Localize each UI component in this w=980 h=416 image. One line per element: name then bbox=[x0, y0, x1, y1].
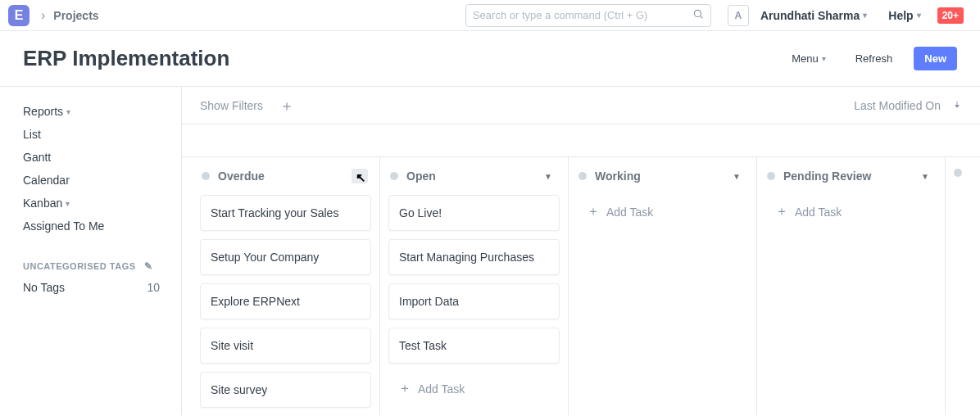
column-menu-button[interactable]: ▼ bbox=[540, 169, 556, 183]
column-menu-button[interactable]: ▼ bbox=[728, 169, 745, 183]
sidebar-section-label: UNCATEGORISED TAGS bbox=[23, 261, 136, 271]
search-input[interactable] bbox=[473, 9, 692, 21]
kanban-column-header: Overdue▼↖ bbox=[192, 157, 379, 195]
svg-line-1 bbox=[701, 16, 703, 19]
kanban-board[interactable]: Overdue▼↖Start Tracking your SalesSetup … bbox=[182, 157, 980, 415]
new-button[interactable]: New bbox=[914, 47, 957, 70]
kanban-card[interactable]: Site visit bbox=[200, 328, 371, 364]
kanban-column: Pending Review▼＋Add Task bbox=[757, 157, 946, 415]
sidebar-item-assigned[interactable]: Assigned To Me bbox=[23, 215, 181, 237]
kanban-column: Overdue▼↖Start Tracking your SalesSetup … bbox=[192, 157, 380, 415]
kanban-card[interactable]: Start Managing Purchases bbox=[388, 239, 560, 275]
kanban-column: Working▼＋Add Task bbox=[569, 157, 757, 415]
add-task-label: Add Task bbox=[418, 382, 465, 396]
help-menu[interactable]: Help ▾ bbox=[888, 9, 920, 22]
kanban-card[interactable]: Test Task bbox=[388, 328, 560, 364]
tag-count: 10 bbox=[147, 281, 160, 294]
sidebar-item-kanban[interactable]: Kanban ▾ bbox=[23, 192, 181, 215]
status-dot-icon bbox=[390, 172, 398, 180]
menu-button[interactable]: Menu ▾ bbox=[783, 47, 834, 70]
kanban-column-title: Pending Review bbox=[783, 170, 917, 183]
status-dot-icon bbox=[578, 172, 587, 180]
sidebar-section-tags: UNCATEGORISED TAGS ✎ bbox=[23, 260, 181, 272]
sidebar-tag-row[interactable]: No Tags 10 bbox=[23, 277, 181, 298]
kanban-column-title: Open bbox=[406, 170, 540, 183]
left-sidebar: Reports ▾ List Gantt Calendar Kanban ▾ A… bbox=[0, 87, 182, 415]
refresh-button[interactable]: Refresh bbox=[847, 47, 901, 70]
caret-down-icon: ▾ bbox=[917, 11, 921, 20]
sidebar-item-calendar[interactable]: Calendar bbox=[23, 169, 181, 192]
kanban-column-cards: ＋Add Task bbox=[569, 195, 756, 415]
status-dot-icon bbox=[954, 169, 962, 177]
menu-button-label: Menu bbox=[792, 52, 819, 65]
add-task-button[interactable]: ＋Add Task bbox=[388, 372, 560, 405]
kanban-card[interactable]: Import Data bbox=[388, 283, 560, 319]
add-filter-icon[interactable]: ＋ bbox=[279, 96, 294, 115]
svg-point-0 bbox=[694, 10, 701, 16]
kanban-column-header: Open▼ bbox=[380, 157, 568, 195]
caret-down-icon: ▾ bbox=[66, 107, 70, 116]
top-navbar: E › Projects A Arundhati Sharma ▾ Help ▾… bbox=[0, 0, 980, 31]
page-title: ERP Implementation bbox=[23, 46, 783, 71]
plus-icon: ＋ bbox=[587, 203, 600, 220]
column-menu-button[interactable]: ▼↖ bbox=[352, 169, 368, 183]
sort-field-label[interactable]: Last Modified On bbox=[854, 99, 941, 112]
sort-direction-icon[interactable] bbox=[952, 99, 962, 112]
caret-down-icon: ▾ bbox=[863, 11, 867, 20]
caret-down-icon: ▾ bbox=[822, 54, 826, 63]
kanban-card[interactable]: Start Tracking your Sales bbox=[200, 195, 371, 231]
kanban-card[interactable]: Setup Your Company bbox=[200, 239, 371, 275]
breadcrumb-chevron-icon: › bbox=[41, 8, 45, 23]
user-name-label: Arundhati Sharma bbox=[760, 9, 860, 22]
notification-badge[interactable]: 20+ bbox=[937, 7, 964, 24]
status-dot-icon bbox=[202, 172, 210, 180]
caret-down-icon: ▾ bbox=[66, 199, 70, 208]
list-toolbar: Show Filters ＋ Last Modified On bbox=[182, 87, 980, 124]
status-dot-icon bbox=[767, 172, 775, 180]
sidebar-item-reports[interactable]: Reports ▾ bbox=[23, 100, 181, 123]
sidebar-item-label: Reports bbox=[23, 105, 63, 118]
breadcrumb-projects[interactable]: Projects bbox=[53, 9, 98, 22]
kanban-column-cards: Go Live!Start Managing PurchasesImport D… bbox=[380, 195, 568, 415]
svg-rect-2 bbox=[957, 102, 958, 106]
add-task-label: Add Task bbox=[795, 206, 842, 219]
kanban-column-title: Overdue bbox=[218, 170, 352, 183]
add-task-button[interactable]: ＋Add Task bbox=[577, 195, 748, 228]
kanban-column: Open▼Go Live!Start Managing PurchasesImp… bbox=[380, 157, 569, 415]
plus-icon: ＋ bbox=[775, 203, 788, 220]
kanban-card[interactable]: Go Live! bbox=[388, 195, 560, 231]
kanban-column-header: Working▼ bbox=[569, 157, 756, 195]
kanban-column-cards: ＋Add Task bbox=[757, 195, 945, 415]
global-search[interactable] bbox=[465, 4, 711, 27]
add-task-label: Add Task bbox=[606, 206, 653, 219]
kanban-column-peek bbox=[946, 157, 980, 415]
column-menu-button[interactable]: ▼ bbox=[917, 169, 933, 183]
plus-icon: ＋ bbox=[398, 380, 411, 397]
sidebar-item-label: Kanban bbox=[23, 197, 62, 210]
sidebar-item-list[interactable]: List bbox=[23, 123, 181, 146]
kanban-card[interactable]: Site survey bbox=[200, 372, 371, 408]
add-task-button[interactable]: ＋Add Task bbox=[765, 195, 937, 228]
kanban-column-header: Pending Review▼ bbox=[757, 157, 945, 195]
search-icon bbox=[692, 8, 704, 22]
tag-label: No Tags bbox=[23, 281, 147, 294]
edit-tags-icon[interactable]: ✎ bbox=[144, 260, 153, 272]
avatar[interactable]: A bbox=[728, 5, 749, 26]
help-label: Help bbox=[888, 9, 913, 22]
spacer-strip bbox=[182, 124, 980, 157]
show-filters-link[interactable]: Show Filters bbox=[200, 99, 263, 112]
main-area: Show Filters ＋ Last Modified On Overdue▼… bbox=[182, 87, 980, 415]
page-header: ERP Implementation Menu ▾ Refresh New bbox=[0, 31, 980, 87]
kanban-column-cards: Start Tracking your SalesSetup Your Comp… bbox=[192, 195, 379, 415]
app-logo[interactable]: E bbox=[8, 5, 29, 26]
user-menu[interactable]: Arundhati Sharma ▾ bbox=[760, 9, 867, 22]
sidebar-item-gantt[interactable]: Gantt bbox=[23, 146, 181, 169]
kanban-column-title: Working bbox=[595, 170, 728, 183]
kanban-card[interactable]: Explore ERPNext bbox=[200, 283, 371, 319]
cursor-icon: ↖ bbox=[356, 170, 366, 185]
